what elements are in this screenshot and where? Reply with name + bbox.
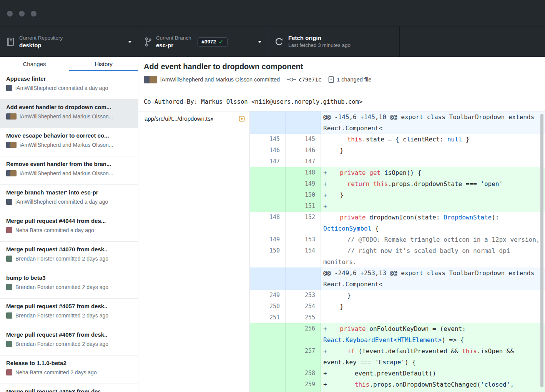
current-branch-button[interactable]: Current Branch esc-pr #3972 ✓: [138, 27, 268, 57]
main-panel: Add event handler to dropdown component …: [138, 57, 545, 392]
diff-new-line-number: 257: [286, 345, 321, 368]
diff-marker: +: [323, 379, 332, 390]
diff-old-line-number: 146: [250, 145, 286, 156]
tab-bar: Changes History: [0, 57, 138, 71]
avatar: [150, 76, 157, 83]
git-branch-icon: [145, 37, 151, 47]
commit-title: Move escape behavior to correct co...: [6, 132, 132, 139]
diff-line[interactable]: 256+ private onFoldoutKeyDown = (event: …: [250, 323, 545, 345]
diff-code: [321, 312, 545, 323]
avatar: [10, 170, 17, 176]
diff-marker: +: [323, 178, 332, 189]
diff-code: + if (!event.defaultPrevented && this.is…: [321, 345, 545, 368]
diff-marker: +: [323, 323, 332, 334]
diff-line[interactable]: 150+ }: [250, 189, 545, 201]
titlebar: [0, 0, 545, 26]
commit-header: Add event handler to dropdown component …: [138, 57, 545, 92]
minimize-button[interactable]: [19, 11, 25, 17]
diff-line: 145145 this.state = { clientRect: null }: [250, 134, 545, 145]
avatar: [6, 256, 12, 262]
diff-line: 150154 // right now it's scaled badly on…: [250, 245, 545, 267]
commit-list: Appease linteriAmWillShepherd committed …: [0, 71, 138, 392]
diff-old-line-number: 145: [250, 134, 286, 145]
diff-old-line-number: [250, 379, 286, 392]
commit-list-item[interactable]: Merge branch 'master' into esc-priAmWill…: [0, 185, 138, 213]
pr-badge[interactable]: #3972 ✓: [198, 37, 228, 47]
commit-title: bump to beta3: [6, 274, 132, 281]
commit-list-item[interactable]: Merge pull request #4053 from des...: [0, 384, 138, 392]
commit-meta-row: iAmWillShepherd committed a day ago: [6, 199, 132, 205]
diff-new-line-number: [286, 111, 321, 134]
commit-title-heading: Add event handler to dropdown component: [144, 62, 539, 71]
diff-old-line-number: [250, 323, 286, 345]
diff-code: +: [321, 201, 545, 212]
commit-sha-group: c79e71c: [287, 76, 321, 83]
diff-new-line-number: 149: [286, 178, 321, 189]
pr-number: #3972: [202, 39, 216, 45]
diff-line: 249253 }: [250, 290, 545, 301]
avatar: [10, 113, 17, 120]
diff-new-line-number: 153: [286, 234, 321, 245]
diff-line[interactable]: 259+ this.props.onDropdownStateChanged('…: [250, 379, 545, 392]
commit-title: Merge pull request #4044 from des...: [6, 218, 132, 224]
diff-line[interactable]: 151+: [250, 201, 545, 212]
vertical-scrollbar[interactable]: [540, 114, 543, 387]
current-branch-label: Current Branch: [156, 35, 191, 41]
zoom-button[interactable]: [31, 11, 37, 17]
diff-new-line-number: 150: [286, 189, 321, 201]
commit-meta-row: iAmWillShepherd committed a day ago: [6, 85, 132, 91]
file-path: app/src/ui/t.../dropdown.tsx: [145, 115, 213, 122]
diff-code: }: [321, 290, 545, 301]
commit-list-item[interactable]: Move escape behavior to correct co...iAm…: [0, 128, 138, 156]
commit-list-item[interactable]: Remove event handler from the bran...iAm…: [0, 156, 138, 185]
diff-new-line-number: 256: [286, 323, 321, 345]
diff-new-line-number: 259: [286, 379, 321, 392]
current-repository-button[interactable]: Current Repository desktop: [0, 27, 138, 57]
commit-list-item[interactable]: Add event handler to dropdown com...iAmW…: [0, 100, 138, 128]
commit-list-item[interactable]: Merge pull request #4067 from desk..Bren…: [0, 327, 138, 355]
chevron-down-icon: [258, 41, 262, 43]
diff-old-line-number: [250, 189, 286, 201]
changed-files-count: 1 changed file: [337, 76, 371, 83]
file-list-item[interactable]: app/src/ui/t.../dropdown.tsx: [138, 111, 249, 126]
diff-code: + private onFoldoutKeyDown = (event: Rea…: [321, 323, 545, 345]
tab-history[interactable]: History: [69, 57, 138, 71]
diff-marker: +: [323, 201, 332, 212]
diff-line: 147147: [250, 156, 545, 167]
diff-code: this.state = { clientRect: null }: [321, 134, 545, 145]
diff-line[interactable]: 258+ event.preventDefault(): [250, 368, 545, 379]
commit-list-item[interactable]: Merge pull request #4044 from des...Neha…: [0, 213, 138, 242]
diff-new-line-number: 148: [286, 167, 321, 178]
diff-line[interactable]: 149+ return this.props.dropdownState ===…: [250, 178, 545, 189]
git-commit-icon: [287, 77, 296, 82]
diff-marker: +: [323, 167, 332, 178]
diff-line[interactable]: 148+ private get isOpen() {: [250, 167, 545, 178]
avatar: [6, 284, 12, 290]
commit-meta-row: iAmWillShepherd and Markus Olsson...: [6, 113, 132, 120]
diff-line[interactable]: 257+ if (!event.defaultPrevented && this…: [250, 345, 545, 368]
diff-line: 148152 private dropdownIcon(state: Dropd…: [250, 212, 545, 234]
diff-new-line-number: [286, 267, 321, 290]
commit-list-item[interactable]: Appease linteriAmWillShepherd committed …: [0, 71, 138, 100]
window-controls: [7, 11, 37, 17]
diff-new-line-number: 254: [286, 301, 321, 312]
commit-list-item[interactable]: Release to 1.1.0-beta2Neha Batra committ…: [0, 355, 138, 384]
fetch-origin-button[interactable]: Fetch origin Last fetched 3 minutes ago: [268, 27, 400, 57]
close-button[interactable]: [7, 11, 13, 17]
tab-changes[interactable]: Changes: [0, 57, 69, 71]
fetch-origin-sub: Last fetched 3 minutes ago: [288, 42, 351, 48]
diff-code: [321, 156, 545, 167]
commit-list-item[interactable]: bump to beta3Brendan Forster committed 2…: [0, 270, 138, 299]
commit-list-item[interactable]: Merge pull request #4070 from desk..Bren…: [0, 242, 138, 270]
commit-meta: Neha Batra committed a day ago: [15, 227, 94, 233]
diff-old-line-number: [250, 178, 286, 189]
diff-code: }: [321, 145, 545, 156]
changed-files-group: 1 changed file: [328, 76, 371, 83]
commit-meta: iAmWillShepherd and Markus Olsson...: [20, 113, 113, 120]
commit-list-item[interactable]: Merge pull request #4057 from desk..Bren…: [0, 299, 138, 327]
commit-meta-row: Brendan Forster committed 2 days ago: [6, 312, 132, 319]
diff-old-line-number: [250, 267, 286, 290]
commit-byline: iAmWillShepherd and Markus Olsson commit…: [144, 76, 539, 83]
diff-old-line-number: 250: [250, 301, 286, 312]
diff-code: // right now it's scaled badly on normal…: [321, 245, 545, 267]
